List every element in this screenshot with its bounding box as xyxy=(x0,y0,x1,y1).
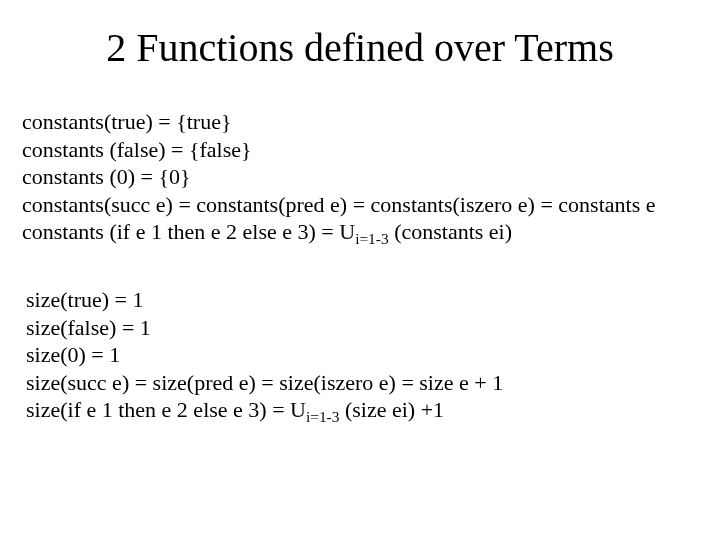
constants-line-1: constants(true) = {true} xyxy=(22,108,655,136)
constants-line-5: constants (if e 1 then e 2 else e 3) = U… xyxy=(22,218,655,246)
size-definition-block: size(true) = 1 size(false) = 1 size(0) =… xyxy=(26,286,503,424)
size-line-4: size(succ e) = size(pred e) = size(iszer… xyxy=(26,369,503,397)
constants-definition-block: constants(true) = {true} constants (fals… xyxy=(22,108,655,246)
size-line-1: size(true) = 1 xyxy=(26,286,503,314)
slide-title: 2 Functions defined over Terms xyxy=(0,24,720,71)
constants-line-5-sub: i=1-3 xyxy=(355,230,388,247)
slide: 2 Functions defined over Terms constants… xyxy=(0,0,720,540)
size-line-5-pre: size(if e 1 then e 2 else e 3) = U xyxy=(26,397,306,422)
constants-line-4: constants(succ e) = constants(pred e) = … xyxy=(22,191,655,219)
size-line-3: size(0) = 1 xyxy=(26,341,503,369)
constants-line-3: constants (0) = {0} xyxy=(22,163,655,191)
size-line-2: size(false) = 1 xyxy=(26,314,503,342)
constants-line-5-pre: constants (if e 1 then e 2 else e 3) = U xyxy=(22,219,355,244)
constants-line-5-post: (constants ei) xyxy=(389,219,512,244)
size-line-5: size(if e 1 then e 2 else e 3) = Ui=1-3 … xyxy=(26,396,503,424)
size-line-5-sub: i=1-3 xyxy=(306,408,339,425)
size-line-5-post: (size ei) +1 xyxy=(339,397,444,422)
constants-line-2: constants (false) = {false} xyxy=(22,136,655,164)
